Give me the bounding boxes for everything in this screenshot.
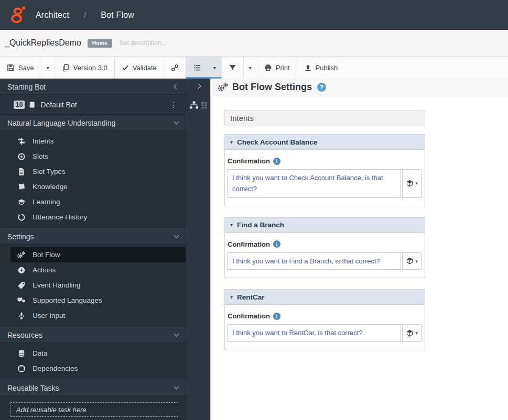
nlu-title: Natural Language Understanding — [7, 119, 115, 127]
help-icon[interactable]: ? — [317, 83, 326, 92]
save-label: Save — [18, 64, 34, 72]
sidebar-item-supported-languages[interactable]: Supported Languages — [10, 293, 186, 308]
user-input-microphone-icon — [17, 312, 26, 320]
chevron-down-icon — [175, 334, 178, 336]
expression-mode-button[interactable]: ▾ — [402, 252, 421, 270]
hierarchy-tree-icon[interactable] — [189, 101, 199, 109]
slot-types-document-icon — [17, 168, 26, 176]
print-icon — [264, 64, 272, 72]
intents-section-title: Intents — [230, 114, 254, 123]
intent-panel-check-account-balance: ▾ Check Account Balance Confirmation i I… — [224, 134, 425, 206]
expression-mode-button[interactable]: ▾ — [402, 324, 421, 341]
sidebar-item-knowledge[interactable]: Knowledge — [10, 179, 186, 194]
confirmation-label: Confirmation — [228, 312, 270, 320]
bot-chip-icon — [28, 101, 36, 109]
caret-down-icon: ▾ — [230, 139, 233, 145]
sidebar-item-utterance-history[interactable]: Utterance History — [10, 209, 186, 225]
save-dropdown-caret[interactable]: ▾ — [41, 57, 55, 79]
add-reusable-task-dropzone[interactable]: Add reusable task here — [10, 402, 178, 417]
sidebar-item-label: Supported Languages — [33, 296, 102, 304]
confirmation-label: Confirmation — [228, 240, 270, 248]
supported-languages-bubbles-icon — [17, 296, 26, 305]
save-button[interactable]: Save — [0, 57, 41, 79]
info-icon[interactable]: i — [273, 313, 280, 320]
confirmation-input[interactable]: I think you want to RentCar, is that cor… — [228, 324, 401, 341]
sequence-view-button[interactable] — [186, 57, 208, 79]
confirmation-input[interactable]: I think you want to Find a Branch, is th… — [228, 252, 401, 270]
intents-section-header: Intents — [224, 110, 425, 126]
version-label: Version 3.0 — [73, 64, 107, 72]
chevron-left-icon[interactable] — [175, 85, 178, 89]
intent-panel-header[interactable]: ▾ Check Account Balance — [225, 135, 425, 150]
sidebar-item-dependencies[interactable]: Dependencies — [10, 361, 186, 376]
bot-flow-gears-icon — [17, 251, 26, 259]
caret-down-icon: ▾ — [230, 222, 233, 228]
publish-upload-icon — [304, 64, 312, 72]
version-button[interactable]: Version 3.0 — [55, 57, 114, 79]
bot-menu-kebab-icon[interactable]: ⋮ — [168, 101, 179, 109]
intents-signpost-icon — [17, 137, 26, 146]
bot-flow-settings-header: Bot Flow Settings ? — [211, 79, 508, 96]
description-placeholder[interactable]: Set description... — [120, 39, 166, 47]
settings-gears-icon — [217, 82, 229, 92]
resources-items: Data Dependencies — [0, 343, 186, 380]
publish-button[interactable]: Publish — [297, 57, 345, 79]
settings-content: Intents ▾ Check Account Balance Confirma… — [211, 96, 508, 350]
flow-name[interactable]: _QuickRepliesDemo — [5, 38, 81, 48]
chevron-right-expand-icon[interactable] — [186, 79, 210, 88]
validate-button[interactable]: Validate — [115, 57, 164, 79]
sidebar-item-slot-types[interactable]: Slot Types — [10, 164, 186, 179]
section-resources[interactable]: Resources — [0, 327, 186, 343]
intent-title: Check Account Balance — [237, 138, 317, 146]
chevron-down-icon — [175, 387, 178, 389]
nlu-items: Intents Slots Slot Types Knowledge Learn… — [0, 131, 186, 228]
section-starting-bot[interactable]: Starting Bot — [0, 79, 186, 95]
print-label: Print — [276, 64, 290, 72]
print-button[interactable]: Print — [257, 57, 297, 79]
default-bot-row[interactable]: 10 Default Bot ⋮ — [0, 95, 186, 115]
filter-dropdown-caret[interactable]: ▾ — [244, 57, 257, 79]
info-icon[interactable]: i — [273, 158, 280, 165]
link-icon — [171, 64, 179, 72]
page-name: Bot Flow — [101, 10, 134, 20]
link-button[interactable] — [164, 57, 186, 79]
sidebar-item-learning[interactable]: Learning — [10, 194, 186, 209]
section-nlu[interactable]: Natural Language Understanding — [0, 115, 186, 131]
sidebar-item-data[interactable]: Data — [10, 346, 186, 361]
intent-title: Find a Branch — [237, 221, 284, 229]
top-navigation-bar: Architect / Bot Flow — [0, 0, 508, 30]
confirmation-label: Confirmation — [228, 157, 270, 165]
data-database-icon — [17, 349, 26, 358]
caret-down-icon: ▾ — [415, 259, 418, 264]
filter-funnel-icon — [229, 64, 236, 72]
confirmation-input[interactable]: I think you want to Check Account Balanc… — [228, 169, 401, 198]
section-settings[interactable]: Settings — [0, 228, 186, 245]
publish-label: Publish — [316, 64, 338, 72]
validate-check-icon — [122, 64, 129, 71]
chevron-down-icon — [175, 122, 178, 124]
info-icon[interactable]: i — [273, 240, 280, 248]
sidebar-item-bot-flow[interactable]: Bot Flow — [10, 247, 186, 262]
sidebar-item-user-input[interactable]: User Input — [10, 308, 186, 323]
section-reusable-tasks[interactable]: Reusable Tasks — [0, 380, 186, 396]
sidebar-item-actions[interactable]: Actions — [10, 262, 186, 278]
intent-panel-header[interactable]: ▾ RentCar — [225, 290, 425, 305]
actions-lightning-icon — [17, 266, 26, 274]
reusable-tasks-title: Reusable Tasks — [7, 384, 59, 392]
sidebar-item-label: Dependencies — [33, 364, 78, 372]
utterance-history-icon — [17, 213, 26, 222]
event-handling-tag-icon — [17, 281, 26, 290]
sequence-dropdown-caret[interactable]: ▾ — [208, 57, 221, 79]
expression-mode-button[interactable]: ▾ — [402, 169, 421, 198]
detail-grid-icon[interactable] — [201, 101, 208, 109]
intent-panel-header[interactable]: ▾ Find a Branch — [225, 218, 425, 233]
chevron-down-icon — [175, 236, 178, 237]
sidebar-item-label: Utterance History — [33, 213, 87, 221]
sidebar-item-label: User Input — [33, 312, 65, 319]
sidebar-item-slots[interactable]: Slots — [10, 149, 186, 164]
sidebar-item-event-handling[interactable]: Event Handling — [10, 278, 186, 293]
filter-button[interactable] — [222, 57, 243, 79]
product-name: Architect — [36, 10, 69, 20]
sidebar-item-label: Learning — [33, 198, 60, 206]
sidebar-item-intents[interactable]: Intents — [10, 134, 186, 149]
